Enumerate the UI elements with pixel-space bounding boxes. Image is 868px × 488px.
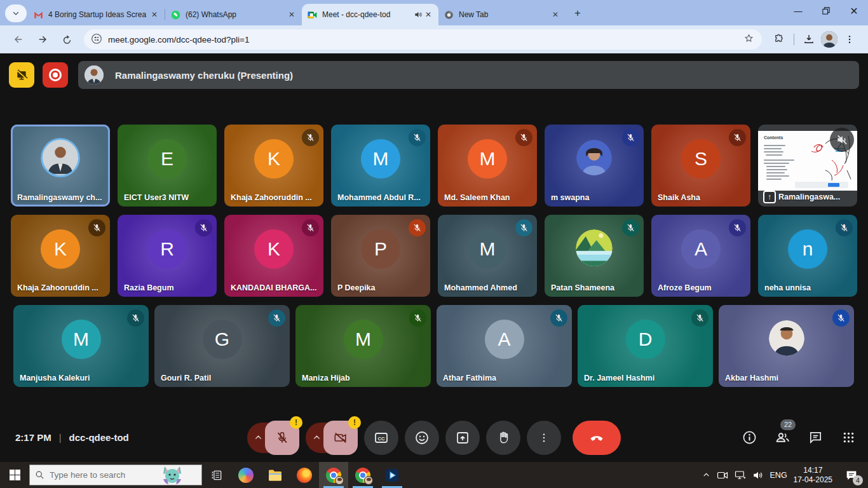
- hidden-icons-chevron[interactable]: [702, 471, 710, 479]
- activities-button[interactable]: [840, 430, 857, 446]
- present-now-button[interactable]: [445, 421, 480, 455]
- site-settings-icon[interactable]: [92, 34, 102, 46]
- mute-badge: [550, 309, 567, 327]
- tab-search-chevron-icon[interactable]: [5, 4, 27, 22]
- letter-avatar: G: [203, 320, 242, 359]
- mute-badge: [836, 219, 853, 236]
- firefox-icon[interactable]: [290, 462, 319, 488]
- participant-tile[interactable]: MManjusha Kalekuri: [13, 305, 149, 387]
- meeting-details-button[interactable]: [741, 430, 757, 446]
- close-tab-icon[interactable]: ✕: [287, 10, 297, 20]
- tab-title: 4 Boring Startup Ideas Screa: [48, 10, 149, 19]
- participant-tile[interactable]: KKhaja Zahooruddin ...: [224, 125, 323, 207]
- participant-tile[interactable]: AAfroze Begum: [651, 215, 750, 297]
- meet-main: Ramalingaswamy cheruku (Presenting) Rama…: [0, 53, 868, 462]
- mute-badge: [302, 129, 319, 146]
- letter-avatar: E: [147, 139, 187, 179]
- url-text[interactable]: meet.google.com/dcc-qdee-tod?pli=1: [108, 35, 743, 44]
- participant-tile[interactable]: Akbar Hashmi: [719, 305, 854, 387]
- participant-name: KANDADAI BHARGA...: [231, 283, 318, 292]
- task-view-button[interactable]: [202, 462, 231, 488]
- volume-icon[interactable]: [752, 470, 764, 480]
- file-explorer-icon[interactable]: [261, 462, 290, 488]
- browser-toolbar: meet.google.com/dcc-qdee-tod?pli=1: [0, 25, 868, 53]
- movies-tv-icon[interactable]: [377, 462, 407, 488]
- presentation-warning-button[interactable]: [9, 62, 34, 88]
- participant-grid: Ramalingaswamy ch...EEICT User3 NITWKKha…: [0, 125, 868, 395]
- participant-name: Mohammed Ahmed: [444, 283, 532, 292]
- participant-photo: [769, 320, 804, 356]
- language-indicator[interactable]: ENG: [770, 471, 787, 480]
- participant-tile[interactable]: GGouri R. Patil: [154, 305, 290, 387]
- tile-row: MManjusha Kalekuri GGouri R. Patil MMani…: [0, 305, 868, 387]
- captions-button[interactable]: CC: [364, 421, 398, 455]
- participant-tile[interactable]: RRazia Begum: [118, 215, 217, 297]
- notification-center-button[interactable]: 4: [839, 462, 864, 488]
- raise-hand-button[interactable]: [486, 421, 520, 455]
- search-icon: [35, 470, 44, 480]
- participant-tile[interactable]: nneha unnisa: [758, 215, 857, 297]
- participant-tile[interactable]: Ramalingaswamy ch...: [11, 125, 110, 207]
- tab-meet[interactable]: Meet - dcc-qdee-tod ✕: [302, 4, 438, 25]
- window-close-button[interactable]: ✕: [840, 0, 868, 22]
- participant-name: Akbar Hashmi: [725, 374, 849, 383]
- address-bar[interactable]: meet.google.com/dcc-qdee-tod?pli=1: [84, 29, 762, 50]
- close-tab-icon[interactable]: ✕: [550, 10, 560, 20]
- search-input[interactable]: [50, 470, 158, 480]
- participant-tile[interactable]: DDr. Jameel Hashmi: [578, 305, 713, 387]
- start-button[interactable]: [0, 462, 29, 488]
- tab-startup-ideas[interactable]: 4 Boring Startup Ideas Screa ✕: [28, 4, 165, 25]
- chrome-taskbar-icon-1[interactable]: [319, 462, 348, 488]
- search-companion-icon[interactable]: [159, 463, 185, 488]
- participant-tile[interactable]: SShaik Asha: [651, 125, 750, 207]
- downloads-icon[interactable]: [800, 30, 818, 48]
- tab-audio-icon[interactable]: [413, 10, 423, 20]
- back-button[interactable]: [9, 30, 28, 49]
- participant-photo: [41, 138, 80, 177]
- participant-tile[interactable]: m swapna: [545, 125, 644, 207]
- recording-indicator[interactable]: [43, 62, 68, 88]
- participant-tile[interactable]: KKhaja Zahooruddin ...: [11, 215, 110, 297]
- participant-tile[interactable]: MMohammed Abdul R...: [331, 125, 430, 207]
- bookmark-star-icon[interactable]: [743, 33, 754, 46]
- participant-tile[interactable]: PP Deepika: [331, 215, 430, 297]
- presentation-tile[interactable]: Contents ↑ Ramalingaswa...: [758, 125, 857, 207]
- reactions-button[interactable]: [405, 421, 439, 455]
- new-tab-button[interactable]: +: [569, 5, 586, 22]
- taskbar-search[interactable]: [29, 464, 202, 485]
- tab-whatsapp[interactable]: (62) WhatsApp ✕: [165, 4, 302, 25]
- network-icon[interactable]: [735, 470, 746, 480]
- window-restore-button[interactable]: [812, 0, 840, 22]
- extensions-icon[interactable]: [770, 30, 788, 48]
- participant-tile[interactable]: MMd. Saleem Khan: [438, 125, 537, 207]
- close-tab-icon[interactable]: ✕: [423, 10, 433, 20]
- presenting-icon: ↑: [763, 191, 776, 203]
- reload-button[interactable]: [57, 30, 76, 49]
- people-button[interactable]: 22: [774, 430, 790, 446]
- participant-tile[interactable]: KKANDADAI BHARGA...: [224, 215, 323, 297]
- browser-menu-icon[interactable]: [841, 30, 858, 48]
- copilot-icon[interactable]: [231, 462, 261, 488]
- forward-button[interactable]: [33, 30, 52, 49]
- chrome-taskbar-icon-2[interactable]: [348, 462, 377, 488]
- presenter-banner[interactable]: Ramalingaswamy cheruku (Presenting): [78, 61, 859, 89]
- mic-control: !: [247, 421, 299, 455]
- taskbar-clock[interactable]: 14:17 17-04-2025: [794, 466, 832, 485]
- mute-badge: [195, 219, 212, 236]
- close-tab-icon[interactable]: ✕: [149, 10, 159, 20]
- leave-call-button[interactable]: [573, 421, 621, 455]
- participant-tile[interactable]: EEICT User3 NITW: [118, 125, 217, 207]
- participant-tile[interactable]: Patan Shameena: [545, 215, 644, 297]
- participant-tile[interactable]: MMohammed Ahmed: [438, 215, 537, 297]
- meet-now-icon[interactable]: [717, 470, 728, 480]
- mic-off-icon: [554, 313, 564, 323]
- letter-avatar: n: [788, 229, 827, 269]
- participant-tile[interactable]: AAthar Fathima: [437, 305, 572, 387]
- participant-name: P Deepika: [337, 283, 425, 292]
- chat-button[interactable]: [807, 430, 824, 446]
- more-options-button[interactable]: [527, 421, 561, 455]
- participant-tile[interactable]: MManiza Hijab: [295, 305, 431, 387]
- tab-new-tab[interactable]: New Tab ✕: [438, 4, 566, 25]
- profile-avatar[interactable]: [821, 31, 837, 48]
- window-minimize-button[interactable]: —: [784, 0, 812, 22]
